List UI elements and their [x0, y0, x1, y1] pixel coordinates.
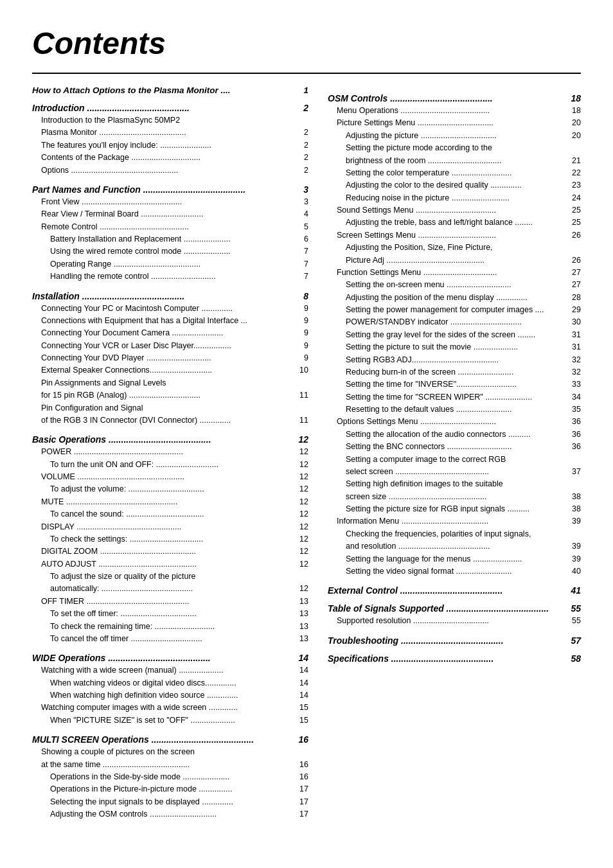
- toc-page: 12: [296, 521, 308, 533]
- toc-entry: External Speaker Connections............…: [32, 364, 308, 376]
- toc-label: Pin Configuration and Signal: [32, 402, 308, 414]
- section-header: External Control .......................…: [328, 585, 581, 596]
- toc-label: Setting the on-screen menu .............…: [328, 279, 568, 291]
- section-page: 55: [571, 603, 581, 614]
- toc-page: 55: [568, 615, 581, 627]
- toc-label: Adjusting the picture ..................…: [328, 130, 568, 142]
- toc-label: Operations in the Picture-in-picture mod…: [32, 783, 296, 795]
- toc-page: 12: [296, 533, 308, 545]
- toc-page: 17: [296, 783, 308, 795]
- toc-entry: To check the settings: .................…: [32, 533, 308, 545]
- toc-entry: for 15 pin RGB (Analog) ................…: [32, 389, 308, 402]
- section-title: OSM Controls ...........................…: [328, 93, 493, 103]
- toc-page: 9: [296, 327, 308, 339]
- toc-page: 18: [568, 105, 581, 117]
- toc-entry: Battery Installation and Replacement ...…: [32, 233, 308, 245]
- toc-entry: When watching high definition video sour…: [32, 689, 308, 702]
- toc-label: Screen Settings Menu ...................…: [328, 229, 568, 242]
- toc-label: at the same time .......................…: [32, 759, 296, 771]
- toc-page: 12: [296, 471, 308, 483]
- toc-label: Function Settings Menu .................…: [328, 267, 568, 279]
- toc-label: Rear View / Terminal Board .............…: [32, 208, 296, 220]
- section-page: 41: [571, 585, 581, 596]
- toc-label: Adjusting the OSM controls .............…: [32, 808, 296, 820]
- section-header: Table of Signals Supported .............…: [328, 603, 581, 614]
- section-header: Installation ...........................…: [32, 291, 308, 301]
- toc-entry: Connecting Your DVD Player .............…: [32, 352, 308, 364]
- toc-label: Handling the remote control ............…: [32, 270, 296, 283]
- toc-entry: Operations in the Picture-in-picture mod…: [32, 783, 308, 795]
- section-title: Introduction ...........................…: [32, 103, 190, 113]
- toc-label: Adjusting the Position, Size, Fine Pictu…: [328, 242, 581, 254]
- toc-page: 20: [568, 130, 581, 142]
- toc-label: automatically: .........................…: [32, 583, 296, 595]
- toc-entry: Rear View / Terminal Board .............…: [32, 208, 308, 220]
- toc-label: When watching videos or digital video di…: [32, 677, 296, 689]
- toc-label: To cancel the off timer ................…: [32, 633, 296, 645]
- toc-page: 20: [568, 117, 581, 129]
- toc-page: 15: [296, 702, 308, 714]
- toc-page: 2: [296, 139, 308, 152]
- toc-entry: To set the off timer: ..................…: [32, 608, 308, 620]
- toc-label: To check the settings: .................…: [32, 533, 296, 545]
- toc-label: POWER ..................................…: [32, 446, 296, 458]
- toc-page: 5: [296, 221, 308, 233]
- toc-label: Menu Operations ........................…: [328, 105, 568, 117]
- toc-label: Adjusting the treble, bass and left/righ…: [328, 217, 568, 229]
- toc-entry: Connecting Your Document Camera ........…: [32, 327, 308, 339]
- toc-label: Watching computer images with a wide scr…: [32, 702, 296, 714]
- toc-page: 29: [568, 304, 581, 316]
- toc-page: 12: [296, 496, 308, 508]
- toc-page: 7: [296, 258, 308, 270]
- toc-entry: Setting the gray level for the sides of …: [328, 329, 581, 341]
- toc-entry: automatically: .........................…: [32, 583, 308, 595]
- toc-label: Front View .............................…: [32, 196, 296, 208]
- toc-label: Connecting Your VCR or Laser Disc Player…: [32, 340, 296, 352]
- toc-label: Selecting the input signals to be displa…: [32, 796, 296, 808]
- toc-page: 32: [568, 366, 581, 378]
- toc-entry: To check the remaining time: ...........…: [32, 621, 308, 633]
- toc-label: When "PICTURE SIZE" is set to "OFF" ....…: [32, 714, 296, 727]
- toc-page: 26: [568, 254, 581, 267]
- toc-entry: Setting the BNC connectors .............…: [328, 441, 581, 453]
- toc-label: To cancel the sound: ...................…: [32, 508, 296, 520]
- toc-entry: Setting the video signal format ........…: [328, 565, 581, 578]
- toc-entry: Front View .............................…: [32, 196, 308, 208]
- toc-entry: Function Settings Menu .................…: [328, 267, 581, 279]
- toc-page: 13: [296, 633, 308, 645]
- toc-label: Pin Assignments and Signal Levels: [32, 377, 308, 389]
- section-title: Installation ...........................…: [32, 291, 184, 301]
- how-to-attach-page: 1: [303, 85, 308, 95]
- toc-entry: Menu Operations ........................…: [328, 105, 581, 117]
- toc-label: Setting the picture size for RGB input s…: [328, 503, 568, 515]
- toc-label: Setting RGB3 ADJ........................…: [328, 354, 568, 366]
- section-header: WIDE Operations ........................…: [32, 653, 308, 663]
- toc-page: 9: [296, 315, 308, 327]
- toc-label: Connecting Your Document Camera ........…: [32, 327, 296, 339]
- toc-entry: Sound Settings Menu ....................…: [328, 204, 581, 217]
- toc-label: for 15 pin RGB (Analog) ................…: [32, 389, 296, 402]
- toc-label: To turn the unit ON and OFF: ...........…: [32, 459, 296, 471]
- toc-page: 6: [296, 233, 308, 245]
- toc-label: Setting the video signal format ........…: [328, 565, 568, 578]
- toc-label: Setting the picture mode according to th…: [328, 142, 581, 154]
- toc-label: POWER/STANDBY indicator ................…: [328, 316, 568, 328]
- toc-label: OFF TIMER ..............................…: [32, 596, 296, 608]
- toc-page: 22: [568, 167, 581, 179]
- toc-entry: Options Settings Menu ..................…: [328, 416, 581, 428]
- section-page: 14: [298, 653, 308, 663]
- section-header: Specifications .........................…: [328, 653, 581, 664]
- toc-page: 36: [568, 441, 581, 453]
- toc-label: Adjusting the color to the desired quali…: [328, 179, 568, 191]
- toc-page: 27: [568, 279, 581, 291]
- toc-label: Setting the BNC connectors .............…: [328, 441, 568, 453]
- toc-page: 10: [296, 364, 308, 376]
- toc-page: 9: [296, 352, 308, 364]
- toc-entry: Selecting the input signals to be displa…: [32, 796, 308, 808]
- toc-entry: Reducing noise in the picture ..........…: [328, 192, 581, 204]
- section-page: 3: [303, 184, 308, 195]
- section-header: Part Names and Function ................…: [32, 184, 308, 195]
- toc-entry: Adjusting the position of the menu displ…: [328, 292, 581, 304]
- toc-entry: and resolution .........................…: [328, 540, 581, 553]
- toc-page: 15: [296, 714, 308, 727]
